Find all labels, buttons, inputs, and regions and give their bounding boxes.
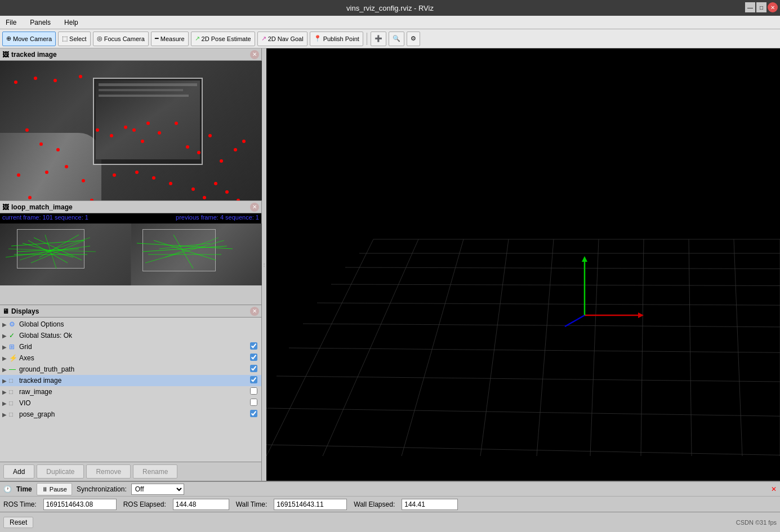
wall-elapsed-label: Wall Elapsed: [354, 500, 395, 508]
tracking-dot [82, 179, 85, 182]
loop-match-info-bar: current frame: 101 sequence: 1 previous … [0, 213, 261, 223]
tree-item-grid[interactable]: ▶ ⊞ Grid [0, 341, 261, 352]
tracking-dot [124, 126, 127, 129]
grid-checkbox-container[interactable] [250, 342, 259, 351]
ground-truth-label: ground_truth_path [19, 365, 250, 373]
loop-match-canvas [0, 223, 262, 285]
pose-graph-label: pose_graph [19, 410, 250, 418]
raw-image-label: raw_image [19, 388, 250, 396]
grid-checkbox[interactable] [250, 342, 257, 350]
displays-tree: ▶ ⚙ Global Options ▶ ✓ Global Status: Ok… [0, 318, 261, 462]
sync-select[interactable]: Off Exact Approximate [131, 484, 184, 495]
nav-goal-button[interactable]: ↗ 2D Nav Goal [257, 32, 307, 46]
displays-close-button[interactable]: ✕ [250, 307, 259, 316]
select-label: Select [69, 35, 87, 42]
tracking-dot [242, 140, 246, 143]
vio-checkbox[interactable] [250, 399, 257, 406]
sync-label: Synchronization: [77, 485, 127, 493]
tree-arrow-grid: ▶ [2, 344, 9, 350]
menu-file[interactable]: File [2, 18, 20, 27]
ros-time-label: ROS Time: [3, 500, 37, 508]
resize-handle[interactable]: ⋮ [262, 48, 266, 481]
tracked-image-title-area: 🖼 tracked image [2, 51, 57, 59]
measure-button[interactable]: ━ Measure [151, 32, 189, 46]
axes-checkbox-container[interactable] [250, 354, 259, 363]
tree-arrow-global-status: ▶ [2, 333, 9, 339]
tree-item-raw-image[interactable]: ▶ □ raw_image [0, 386, 261, 397]
wall-time-input[interactable] [274, 499, 347, 510]
maximize-button[interactable]: □ [756, 2, 766, 12]
svg-line-9 [20, 238, 90, 260]
focus-camera-label: Focus Camera [104, 35, 145, 42]
toolbar: ⊕ Move Camera ⬚ Select ◎ Focus Camera ━ … [0, 29, 780, 48]
minimize-button[interactable]: — [745, 2, 755, 12]
svg-line-18 [145, 240, 224, 263]
axes-checkbox[interactable] [250, 354, 257, 361]
loop-match-close-button[interactable]: ✕ [250, 203, 259, 212]
pose-estimate-label: 2D Pose Estimate [202, 35, 251, 42]
loop-match-header: 🖼 loop_match_image ✕ [0, 201, 261, 213]
loop-match-title-area: 🖼 loop_match_image [2, 203, 73, 211]
pose-estimate-button[interactable]: ↗ 2D Pose Estimate [191, 32, 255, 46]
tracking-dot [110, 134, 113, 137]
focus-camera-icon: ◎ [97, 35, 102, 42]
raw-image-checkbox[interactable] [250, 387, 257, 395]
remove-button[interactable]: Remove [86, 464, 131, 479]
displays-panel: 🖥 Displays ✕ ▶ ⚙ Global Options ▶ ✓ Glob… [0, 305, 261, 481]
tree-item-tracked-image[interactable]: ▶ □ tracked image [0, 375, 261, 386]
displays-title: Displays [11, 307, 39, 315]
tree-arrow-tracked-image: ▶ [2, 378, 9, 384]
nav-goal-label: 2D Nav Goal [268, 35, 304, 42]
publish-point-label: Publish Point [323, 35, 359, 42]
rename-button[interactable]: Rename [133, 464, 177, 479]
pose-graph-checkbox-container[interactable] [250, 410, 259, 419]
tree-item-vio[interactable]: ▶ □ VIO [0, 397, 261, 409]
tracked-image-checkbox-container[interactable] [250, 376, 259, 385]
zoom-button[interactable]: 🔍 [389, 32, 404, 46]
ground-truth-checkbox-container[interactable] [250, 365, 259, 374]
pose-graph-checkbox[interactable] [250, 410, 257, 417]
tracking-dot [96, 128, 99, 132]
ground-truth-checkbox[interactable] [250, 365, 257, 372]
reset-button[interactable]: Reset [3, 517, 33, 528]
menu-panels[interactable]: Panels [26, 18, 54, 27]
tracking-dot [214, 182, 217, 185]
3d-viewport[interactable] [266, 48, 780, 481]
window-title: vins_rviz_config.rviz - RViz [346, 4, 434, 12]
tree-item-pose-graph[interactable]: ▶ □ pose_graph [0, 409, 261, 420]
duplicate-button[interactable]: Duplicate [37, 464, 84, 479]
pause-button[interactable]: ⏸ Pause [37, 483, 72, 495]
settings-button[interactable]: ⚙ [407, 32, 420, 46]
focus-camera-button[interactable]: ◎ Focus Camera [93, 32, 149, 46]
ros-elapsed-input[interactable] [173, 499, 229, 510]
tree-arrow-raw-image: ▶ [2, 389, 9, 395]
select-button[interactable]: ⬚ Select [58, 32, 91, 46]
tree-item-global-options[interactable]: ▶ ⚙ Global Options [0, 319, 261, 330]
tracking-dot [56, 148, 60, 151]
publish-point-icon: 📍 [314, 35, 322, 42]
loop-match-title: loop_match_image [11, 203, 73, 211]
close-button[interactable]: ✕ [768, 2, 778, 12]
wall-elapsed-input[interactable] [402, 499, 458, 510]
tree-item-axes[interactable]: ▶ ⚡ Axes [0, 352, 261, 364]
tracked-image-close-button[interactable]: ✕ [250, 50, 259, 59]
svg-line-19 [173, 235, 193, 269]
tree-item-ground-truth[interactable]: ▶ — ground_truth_path [0, 364, 261, 375]
tree-item-global-status[interactable]: ▶ ✓ Global Status: Ok [0, 330, 261, 341]
loop-right-image [131, 223, 262, 285]
move-camera-button[interactable]: ⊕ Move Camera [2, 32, 56, 46]
add-tool-button[interactable]: ➕ [371, 32, 386, 46]
menu-help[interactable]: Help [61, 18, 82, 27]
tracked-image-checkbox[interactable] [250, 376, 257, 383]
ros-time-input[interactable] [43, 499, 117, 510]
add-button[interactable]: Add [3, 464, 34, 479]
vio-checkbox-container[interactable] [250, 399, 259, 408]
tracking-dot [90, 199, 93, 200]
tracking-dot [141, 140, 144, 143]
publish-point-button[interactable]: 📍 Publish Point [310, 32, 363, 46]
raw-image-checkbox-container[interactable] [250, 387, 259, 396]
tracking-dot [132, 128, 136, 132]
pose-estimate-icon: ↗ [195, 35, 200, 42]
ground-truth-icon: — [9, 365, 18, 373]
vio-label: VIO [19, 399, 250, 407]
